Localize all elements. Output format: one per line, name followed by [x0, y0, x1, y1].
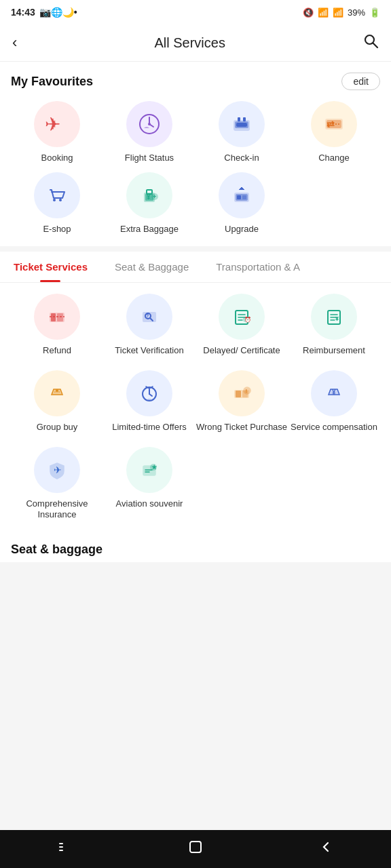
favourite-extra-baggage[interactable]: ¥ + Extra Baggage — [103, 172, 196, 235]
svg-rect-9 — [236, 123, 247, 127]
battery-level: 39% — [348, 7, 365, 18]
reimbursement-icon: ¥ — [311, 294, 357, 340]
tab-seat-baggage[interactable]: Seat & Baggage — [101, 252, 202, 282]
svg-rect-67 — [190, 842, 201, 852]
change-icon: ⇄ — [311, 101, 357, 147]
nav-back-button[interactable] — [301, 833, 350, 865]
eshop-icon — [34, 172, 80, 218]
favourite-flight-status[interactable]: Flight Status — [103, 101, 196, 164]
comprehensive-insurance-label: Comprehensive Insurance — [11, 498, 103, 521]
favourites-grid: ✈ Booking Flight Status — [11, 101, 380, 235]
svg-text:?: ? — [146, 313, 149, 318]
mute-icon: 🔇 — [303, 7, 314, 18]
refund-label: Refund — [43, 345, 71, 357]
svg-point-16 — [53, 199, 56, 201]
svg-text:✈: ✈ — [45, 114, 60, 135]
flight-status-label: Flight Status — [125, 153, 174, 164]
favourite-eshop[interactable]: E-shop — [11, 172, 103, 235]
service-refund[interactable]: Refund — [11, 294, 103, 357]
svg-rect-29 — [51, 313, 56, 321]
delayed-certificate-label: Delayed/ Certificate — [203, 345, 280, 357]
nav-menu-button[interactable] — [41, 833, 90, 865]
battery-icon: 🔋 — [369, 7, 380, 18]
checkin-icon — [219, 101, 265, 147]
aviation-souvenir-icon: ★ — [126, 447, 172, 493]
svg-line-1 — [373, 43, 378, 48]
delayed-certificate-icon: ⏰ — [219, 294, 265, 340]
svg-text:!: ! — [246, 388, 248, 394]
upgrade-label: Upgrade — [225, 224, 259, 235]
ticket-services-grid: Refund ? Ticket Verification — [11, 294, 380, 521]
limited-time-label: Limited-time Offers — [112, 422, 187, 433]
status-time: 14:43 📷🌐🌙• — [11, 7, 77, 18]
search-button[interactable] — [362, 33, 379, 53]
flight-status-icon — [126, 101, 172, 147]
svg-rect-10 — [238, 117, 240, 121]
upgrade-icon — [219, 172, 265, 218]
svg-point-47 — [56, 389, 58, 392]
comprehensive-insurance-icon: ✈ — [34, 447, 80, 493]
refund-icon — [34, 294, 80, 340]
favourites-title: My Favourites — [11, 75, 93, 89]
svg-text:+: + — [153, 193, 156, 200]
service-reimbursement[interactable]: ¥ Reimbursement — [288, 294, 380, 357]
svg-rect-30 — [57, 313, 63, 321]
svg-rect-53 — [236, 391, 241, 397]
service-wrong-ticket[interactable]: ! Wrong Ticket Purchase — [196, 370, 288, 433]
extra-baggage-icon: ¥ + — [126, 172, 172, 218]
seat-baggage-section: Seat & baggage — [0, 532, 391, 562]
status-icons: 📷🌐🌙• — [39, 7, 77, 18]
svg-text:✈: ✈ — [54, 465, 62, 475]
change-label: Change — [318, 153, 350, 164]
service-limited-time[interactable]: Limited-time Offers — [103, 370, 196, 433]
edit-button[interactable]: edit — [341, 73, 380, 90]
service-group-buy[interactable]: Group buy — [11, 370, 103, 433]
svg-text:¥: ¥ — [147, 193, 151, 201]
placeholder-empty — [288, 172, 380, 235]
service-compensation[interactable]: ¥ Service compensation — [288, 370, 380, 433]
favourite-change[interactable]: ⇄ Change — [288, 101, 380, 164]
favourite-upgrade[interactable]: Upgrade — [196, 172, 288, 235]
service-comprehensive-insurance[interactable]: ✈ Comprehensive Insurance — [11, 447, 103, 521]
service-delayed-certificate[interactable]: ⏰ Delayed/ Certificate — [196, 294, 288, 357]
favourites-section: My Favourites edit ✈ Booking — [0, 62, 391, 246]
tabs-bar: Ticket Services Seat & Baggage Transport… — [0, 252, 391, 283]
svg-line-51 — [149, 394, 152, 396]
favourite-checkin[interactable]: Check-in — [196, 101, 288, 164]
tab-transportation[interactable]: Transportation & A — [202, 252, 314, 282]
tab-ticket-services[interactable]: Ticket Services — [0, 252, 101, 282]
status-right: 🔇 📶 📶 39% 🔋 — [303, 7, 380, 18]
bottom-nav — [0, 830, 391, 868]
svg-rect-27 — [242, 195, 246, 199]
wrong-ticket-label: Wrong Ticket Purchase — [196, 422, 287, 433]
service-compensation-icon: ¥ — [311, 370, 357, 416]
eshop-label: E-shop — [43, 224, 71, 235]
limited-time-icon — [126, 370, 172, 416]
back-button[interactable]: ‹ — [12, 34, 17, 52]
checkin-label: Check-in — [224, 153, 259, 164]
seat-baggage-title: Seat & baggage — [11, 542, 103, 556]
svg-text:¥: ¥ — [332, 389, 336, 396]
booking-label: Booking — [41, 153, 73, 164]
nav-home-button[interactable] — [171, 833, 220, 865]
reimbursement-label: Reimbursement — [303, 345, 365, 357]
group-buy-label: Group buy — [37, 422, 78, 433]
svg-rect-11 — [243, 117, 246, 121]
booking-icon: ✈ — [34, 101, 80, 147]
svg-point-6 — [148, 123, 151, 125]
service-aviation-souvenir[interactable]: ★ Aviation souvenir — [103, 447, 196, 521]
favourites-header: My Favourites edit — [11, 73, 380, 90]
header: ‹ All Services — [0, 24, 391, 62]
ticket-verification-label: Ticket Verification — [115, 345, 183, 357]
status-bar: 14:43 📷🌐🌙• 🔇 📶 📶 39% 🔋 — [0, 0, 391, 24]
signal-icon: 📶 — [333, 7, 343, 18]
wifi-icon: 📶 — [318, 7, 329, 18]
favourite-booking[interactable]: ✈ Booking — [11, 101, 103, 164]
service-compensation-label: Service compensation — [291, 422, 377, 433]
service-ticket-verification[interactable]: ? Ticket Verification — [103, 294, 196, 357]
wrong-ticket-icon: ! — [219, 370, 265, 416]
ticket-services-section: Refund ? Ticket Verification — [0, 283, 391, 532]
svg-text:⏰: ⏰ — [244, 316, 251, 323]
aviation-souvenir-label: Aviation souvenir — [116, 498, 183, 510]
svg-text:¥: ¥ — [335, 315, 339, 322]
